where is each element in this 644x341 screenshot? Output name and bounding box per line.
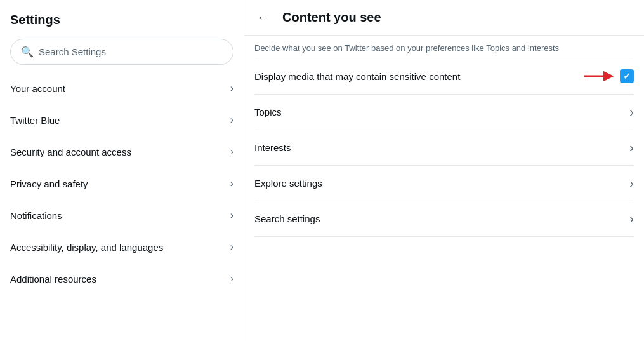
chevron-right-icon: › — [629, 211, 634, 226]
sidebar-item-label: Twitter Blue — [10, 115, 60, 126]
content-body: Decide what you see on Twitter based on … — [244, 36, 644, 237]
search-icon: 🔍 — [21, 46, 34, 58]
sidebar-item-accessibility[interactable]: Accessibility, display, and languages › — [0, 231, 244, 263]
setting-label-topics: Topics — [254, 107, 282, 117]
search-bar-container: 🔍 Search Settings — [0, 36, 244, 72]
setting-controls-sensitive: ✓ — [583, 69, 634, 84]
setting-row-interests[interactable]: Interests › — [254, 130, 634, 166]
sidebar-item-privacy-safety[interactable]: Privacy and safety › — [0, 168, 244, 199]
sidebar: Settings 🔍 Search Settings Your account … — [0, 0, 244, 341]
checkmark-icon: ✓ — [623, 71, 631, 81]
search-bar-placeholder: Search Settings — [39, 46, 106, 57]
chevron-right-icon: › — [230, 241, 233, 253]
setting-label-sensitive-content: Display media that may contain sensitive… — [254, 71, 460, 82]
setting-label-interests: Interests — [254, 142, 291, 153]
content-area: ← Content you see Decide what you see on… — [244, 0, 644, 341]
setting-label-search-settings: Search settings — [254, 213, 320, 224]
chevron-right-icon: › — [629, 140, 634, 155]
red-arrow-indicator — [583, 69, 614, 84]
sensitive-content-checkbox[interactable]: ✓ — [620, 69, 634, 83]
chevron-right-icon: › — [230, 114, 233, 126]
sidebar-item-label: Security and account access — [10, 147, 131, 157]
chevron-right-icon: › — [230, 146, 233, 157]
back-button[interactable]: ← — [254, 8, 272, 27]
setting-label-explore-settings: Explore settings — [254, 178, 322, 189]
setting-row-sensitive-content[interactable]: Display media that may contain sensitive… — [254, 58, 634, 95]
content-header: ← Content you see — [244, 0, 644, 36]
sidebar-item-label: Your account — [10, 83, 65, 94]
sidebar-item-security-account[interactable]: Security and account access › — [0, 136, 244, 168]
sidebar-title: Settings — [0, 8, 244, 36]
content-description: Decide what you see on Twitter based on … — [254, 36, 634, 58]
setting-row-topics[interactable]: Topics › — [254, 95, 634, 130]
sidebar-item-additional-resources[interactable]: Additional resources › — [0, 263, 244, 295]
sidebar-item-label: Accessibility, display, and languages — [10, 242, 163, 253]
sidebar-item-label: Notifications — [10, 210, 62, 221]
chevron-right-icon: › — [230, 210, 233, 221]
red-arrow-svg — [583, 69, 614, 84]
chevron-right-icon: › — [230, 83, 233, 94]
search-bar[interactable]: 🔍 Search Settings — [10, 39, 233, 65]
sidebar-item-label: Privacy and safety — [10, 178, 88, 189]
sidebar-item-your-account[interactable]: Your account › — [0, 72, 244, 104]
setting-row-explore-settings[interactable]: Explore settings › — [254, 166, 634, 201]
chevron-right-icon: › — [629, 176, 634, 191]
chevron-right-icon: › — [230, 178, 233, 189]
chevron-right-icon: › — [230, 273, 233, 284]
nav-list: Your account › Twitter Blue › Security a… — [0, 72, 244, 295]
setting-row-search-settings[interactable]: Search settings › — [254, 201, 634, 237]
chevron-right-icon: › — [629, 105, 634, 119]
sidebar-item-twitter-blue[interactable]: Twitter Blue › — [0, 104, 244, 136]
content-title: Content you see — [282, 10, 381, 25]
sidebar-item-notifications[interactable]: Notifications › — [0, 199, 244, 231]
sidebar-item-label: Additional resources — [10, 274, 96, 284]
